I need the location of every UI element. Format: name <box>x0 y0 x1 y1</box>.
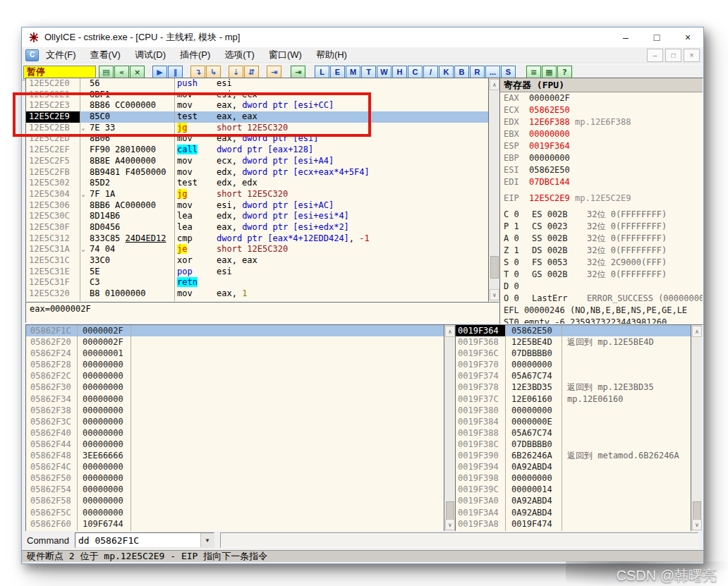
cpu-child-icon[interactable]: C <box>25 49 39 61</box>
dump-row[interactable]: 05862F4000000000 <box>26 427 444 439</box>
run-trace-window-button[interactable]: ... <box>485 66 500 79</box>
dump-row[interactable]: 05862F483EE66666 <box>26 450 444 461</box>
flag-row[interactable]: P 1CS 002332位 0(FFFFFFFF) <box>500 221 703 233</box>
scroll-down-icon[interactable]: ∨ <box>490 289 499 300</box>
menu-item[interactable]: 窗口(W) <box>262 49 309 61</box>
animate-into-button[interactable]: ⇣ <box>229 66 243 79</box>
column-divider[interactable] <box>562 325 562 531</box>
log-window-button[interactable]: L <box>315 66 329 79</box>
disasm-row[interactable]: 12E5C31FC3retn <box>26 277 489 288</box>
disasm-row[interactable]: 12E5C2E056pushesi <box>26 78 489 90</box>
disasm-row[interactable]: 12E5C304⌄7F 1Ajgshort 12E5C320 <box>26 189 489 200</box>
column-divider[interactable] <box>77 325 78 531</box>
cpu-window-button[interactable]: C <box>408 66 423 79</box>
dump-row[interactable]: 05862F2800000000 <box>26 359 444 370</box>
title-bar[interactable]: OllyICE - cstrike.exe - [CPU - 主线程, 模块 -… <box>22 28 703 47</box>
disasm-row[interactable]: 12E5C30F8D0456leaeax, dword ptr [esi+edx… <box>26 222 489 233</box>
stack-row[interactable]: 0019F3A80019F474 <box>456 518 691 530</box>
stack-row[interactable]: 0019F37812E3BD35返回到 mp.12E3BD35 <box>456 381 691 393</box>
eip-row[interactable]: EIP12E5C2E9 mp.12E5C2E9 <box>500 193 703 205</box>
stack-row[interactable]: 0019F39C00000014 <box>456 484 691 495</box>
disasm-row[interactable]: 12E5C30285D2testedx, edx <box>26 178 489 189</box>
register-row[interactable]: ECX05862E50 <box>500 104 703 116</box>
command-value[interactable]: dd 05862F1C <box>75 535 200 546</box>
dump-row[interactable]: 05862F60109F6744 <box>26 518 444 530</box>
scroll-down-icon[interactable]: ∨ <box>445 519 455 530</box>
scroll-up-icon[interactable]: ∧ <box>490 79 499 90</box>
breakpoints-window-button[interactable]: B <box>454 66 469 79</box>
call-stack-window-button[interactable]: K <box>439 66 454 79</box>
animate-over-button[interactable]: ⇵ <box>244 66 259 79</box>
scroll-down-icon[interactable]: ∨ <box>692 519 702 530</box>
chevron-down-icon[interactable]: ▼ <box>200 533 214 547</box>
stack-row[interactable]: 0019F36405862E50 <box>456 325 691 336</box>
dump-row[interactable]: 05862F1C0000002F <box>26 325 444 336</box>
disasm-row[interactable]: 12E5C31E5Epopesi <box>26 267 489 278</box>
patches-window-button[interactable]: / <box>423 66 438 79</box>
memory-dump-pane[interactable]: 05862F1C0000002F05862F200000002F05862F24… <box>25 324 445 532</box>
register-row[interactable]: EBP00000000 <box>500 152 703 164</box>
register-row[interactable]: EDI07DBC144 <box>500 176 703 188</box>
dump-row[interactable]: 05862F5400000000 <box>26 484 444 495</box>
menu-item[interactable]: 选项(T) <box>217 49 262 61</box>
stack-row[interactable]: 0019F38805A67C74 <box>456 427 691 439</box>
stack-row[interactable]: 0019F3906B26246A返回到 metamod.6B26246A <box>456 450 691 461</box>
stack-row[interactable]: 0019F36C07DBBBB0 <box>456 348 691 359</box>
stack-row[interactable]: 0019F37000000000 <box>456 359 691 370</box>
register-row[interactable]: EIP12E5C2E9 mp.12E5C2E9 <box>500 193 703 205</box>
disasm-row[interactable]: 12E5C31A⌄74 04jeshort 12E5C320 <box>26 244 489 255</box>
column-divider[interactable] <box>131 325 131 531</box>
register-row[interactable]: EDX12E6F388 mp.12E6F388 <box>500 116 703 128</box>
scroll-up-icon[interactable]: ∧ <box>692 326 702 337</box>
flag-row[interactable]: O 0LastErrERROR_SUCCESS (00000000 <box>500 293 703 305</box>
appearance-button[interactable]: ▦ <box>542 66 557 79</box>
stack-scrollbar[interactable]: ∧ ∨ <box>691 324 703 532</box>
execute-till-return-button[interactable]: ⇥ <box>267 66 281 79</box>
references-window-button[interactable]: R <box>470 66 485 79</box>
scrollbar-thumb[interactable] <box>693 501 701 521</box>
stack-row[interactable]: 0019F3A00A92ABD4 <box>456 495 691 506</box>
menu-item[interactable]: 查看(V) <box>83 49 128 61</box>
help-button[interactable]: ? <box>557 66 572 79</box>
windows-window-button[interactable]: W <box>377 66 392 79</box>
maximize-icon[interactable]: □ <box>641 28 672 47</box>
flag-row[interactable]: T 0GS 002B32位 0(FFFFFFFF) <box>500 269 703 281</box>
stack-row[interactable]: 0019F38000000000 <box>456 405 691 416</box>
disasm-row[interactable]: 12E5C31C33C0xoreax, eax <box>26 255 489 267</box>
minimize-icon[interactable]: – <box>610 28 641 47</box>
dump-row[interactable]: 05862F3800000000 <box>26 405 444 416</box>
flag-row[interactable]: Z 1DS 002B32位 0(FFFFFFFF) <box>500 245 703 257</box>
flag-row[interactable]: D 0 <box>500 281 703 293</box>
handles-window-button[interactable]: H <box>392 66 407 79</box>
dump-row[interactable]: 05862F3000000000 <box>26 381 444 393</box>
stack-row[interactable]: 0019F38C07DBBBB0 <box>456 439 691 450</box>
dump-row[interactable]: 05862F2400000001 <box>26 348 444 359</box>
efl-row[interactable]: EFL 00000246 (NO,NB,E,BE,NS,PE,GE,LE <box>500 305 703 317</box>
stack-row[interactable]: 0019F37C12E06160mp.12E06160 <box>456 393 691 405</box>
command-input[interactable]: dd 05862F1C ▼ <box>75 532 214 548</box>
close-program-button[interactable]: × <box>130 66 145 79</box>
threads-window-button[interactable]: T <box>361 66 376 79</box>
step-into-button[interactable]: ↴ <box>190 66 205 79</box>
scrollbar-thumb[interactable] <box>490 256 499 279</box>
dump-row[interactable]: 05862F3C00000000 <box>26 416 444 427</box>
dump-row[interactable]: 05862F4400000000 <box>26 439 444 450</box>
disasm-row[interactable]: 12E5C320B8 01000000moveax, 1 <box>26 288 489 300</box>
stack-row[interactable]: 0019F36812E5BE4D返回到 mp.12E5BE4D <box>456 336 691 348</box>
source-window-button[interactable]: S <box>501 66 516 79</box>
restart-button[interactable]: « <box>114 66 129 79</box>
dump-row[interactable]: 05862F2C00000000 <box>26 370 444 381</box>
stack-pane[interactable]: 0019F36405862E500019F36812E5BE4D返回到 mp.1… <box>455 324 692 532</box>
disasm-row[interactable]: 12E5C2F58B8E A4000000movecx, dword ptr [… <box>26 156 489 167</box>
disasm-row[interactable]: 12E5C2FB8B9481 F4050000movedx, dword ptr… <box>26 167 489 178</box>
dump-row[interactable]: 05862F3400000000 <box>26 393 444 405</box>
dump-row[interactable]: 05862F4C00000000 <box>26 461 444 472</box>
stack-row[interactable]: 0019F39800000000 <box>456 472 691 484</box>
dump-row[interactable]: 05862F5C00000000 <box>26 507 444 518</box>
options-button[interactable]: ≡ <box>526 66 541 79</box>
scrollbar-thumb[interactable] <box>446 501 454 521</box>
column-divider[interactable] <box>505 325 506 531</box>
flag-row[interactable]: C 0ES 002B32位 0(FFFFFFFF) <box>500 209 703 221</box>
menu-item[interactable]: 调试(D) <box>128 49 173 61</box>
dump-row[interactable]: 05862F200000002F <box>26 336 444 348</box>
